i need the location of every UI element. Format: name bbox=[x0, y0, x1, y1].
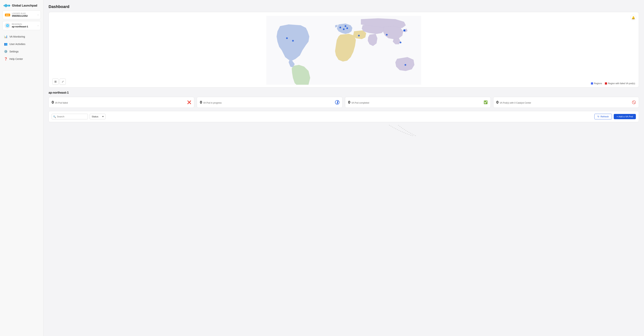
svg-rect-3 bbox=[7, 5, 8, 7]
sidebar-item-label-settings: Settings bbox=[10, 50, 19, 53]
map-select-button[interactable]: ⊞ bbox=[52, 79, 58, 85]
main-content: Dashboard bbox=[44, 0, 644, 336]
stat-label-failed: VA Pod failed bbox=[55, 102, 68, 104]
account-id: 059356112352 bbox=[12, 15, 36, 17]
stat-icon-failed: ❌ bbox=[187, 100, 191, 104]
svg-point-10 bbox=[340, 27, 341, 29]
region-heading: ap-northeast-1 bbox=[48, 91, 639, 94]
stat-label-catalyst: VA Pod(s) with 0 Catalyst Center bbox=[500, 102, 531, 104]
svg-point-13 bbox=[343, 28, 345, 30]
world-map-svg bbox=[52, 16, 635, 85]
status-select[interactable]: Status All Active Inactive Failed bbox=[90, 114, 106, 119]
dashed-arc-svg bbox=[44, 125, 644, 136]
globe-icon: 🌐 bbox=[5, 23, 10, 28]
stat-icon-in-progress: ℹ bbox=[335, 100, 340, 104]
sidebar-item-label-help-center: Help Center bbox=[10, 58, 23, 60]
user-activities-icon: 👥 bbox=[4, 42, 8, 46]
legend-failed: Region with failed VA pod(s) bbox=[605, 82, 635, 85]
sidebar-item-user-activities[interactable]: 👥 User Activities bbox=[2, 41, 42, 48]
stat-icon-catalyst: 🚫 bbox=[632, 100, 636, 104]
sidebar-item-settings[interactable]: ⚙️ Settings bbox=[2, 48, 42, 55]
svg-point-8 bbox=[286, 37, 288, 39]
sidebar-item-label-va-monitoring: VA Monitoring bbox=[10, 35, 25, 38]
va-monitoring-icon: 📊 bbox=[4, 35, 8, 38]
region-section: ap-northeast-1 0 VA Pod failed ❌ 0 VA Po… bbox=[48, 91, 639, 122]
region-selector[interactable]: 🌐 Region(s) ap-northeast-1 › bbox=[2, 21, 41, 30]
failed-label: Region with failed VA pod(s) bbox=[608, 82, 635, 85]
svg-point-18 bbox=[404, 30, 405, 31]
region-value: ap-northeast-1 bbox=[12, 25, 36, 28]
svg-rect-5 bbox=[9, 5, 10, 7]
stat-number-in-progress: 0 bbox=[200, 100, 202, 105]
stat-label-in-progress: VA Pod in progress bbox=[203, 102, 222, 104]
app-name: Global Launchpad bbox=[12, 4, 37, 7]
svg-point-15 bbox=[386, 34, 388, 36]
map-controls: ⊞ ⤢ bbox=[52, 79, 66, 85]
page-title: Dashboard bbox=[48, 4, 639, 9]
svg-point-12 bbox=[346, 27, 348, 29]
svg-point-14 bbox=[358, 35, 360, 37]
sidebar-nav: 📊 VA Monitoring 👥 User Activities ⚙️ Set… bbox=[0, 33, 43, 62]
regions-dot bbox=[591, 82, 593, 85]
svg-rect-0 bbox=[4, 5, 4, 6]
failed-dot bbox=[605, 82, 607, 85]
sidebar-item-label-user-activities: User Activities bbox=[10, 43, 25, 46]
account-selector[interactable]: aws LOGGED IN AS 059356112352 › bbox=[2, 11, 41, 19]
main-header: Dashboard bbox=[44, 0, 644, 12]
stat-card-in-progress: 0 VA Pod in progress ℹ bbox=[197, 97, 342, 108]
dashed-decoration bbox=[44, 125, 644, 136]
refresh-button[interactable]: ↻ Refresh bbox=[594, 114, 612, 119]
sidebar-item-va-monitoring[interactable]: 📊 VA Monitoring bbox=[2, 33, 42, 40]
logged-in-label: LOGGED IN AS bbox=[12, 13, 36, 15]
aws-badge: aws bbox=[5, 14, 10, 16]
region-label: Region(s) bbox=[12, 23, 36, 25]
svg-point-9 bbox=[292, 40, 294, 42]
map-cursor-button[interactable]: ⤢ bbox=[60, 79, 66, 85]
stat-number-catalyst: 0 bbox=[496, 100, 498, 105]
stat-icon-completed: ✅ bbox=[484, 100, 488, 104]
settings-icon: ⚙️ bbox=[4, 50, 8, 53]
svg-point-19 bbox=[404, 64, 406, 66]
notification-bell-button[interactable]: 🔔 bbox=[630, 15, 636, 21]
add-va-pod-button[interactable]: + Add a VA Pod bbox=[614, 114, 636, 119]
map-card: ⊞ ⤢ Regions Region with failed VA pod(s)… bbox=[48, 12, 639, 87]
stat-card-completed: 0 VA Pod completed ✅ bbox=[345, 97, 491, 108]
toolbar: 🔍 Status All Active Inactive Failed ↻ Re… bbox=[48, 111, 639, 122]
svg-rect-6 bbox=[10, 5, 10, 6]
regions-label: Regions bbox=[594, 82, 602, 85]
stat-number-completed: 0 bbox=[348, 100, 350, 105]
svg-point-16 bbox=[400, 42, 402, 44]
stat-cards: 0 VA Pod failed ❌ 0 VA Pod in progress ℹ… bbox=[48, 97, 639, 108]
cisco-logo-icon bbox=[4, 4, 10, 7]
stat-label-completed: VA Pod completed bbox=[351, 102, 369, 104]
search-input-wrap: 🔍 bbox=[52, 114, 88, 119]
chevron-right-icon: › bbox=[38, 14, 38, 16]
sidebar: Global Launchpad aws LOGGED IN AS 059356… bbox=[0, 0, 44, 336]
legend-regions: Regions bbox=[591, 82, 602, 85]
stat-card-failed: 0 VA Pod failed ❌ bbox=[48, 97, 194, 108]
world-map-container bbox=[52, 16, 635, 85]
refresh-label: Refresh bbox=[600, 115, 609, 118]
help-icon: ❓ bbox=[4, 57, 8, 61]
stat-number-failed: 0 bbox=[52, 100, 54, 105]
region-chevron-icon: › bbox=[38, 24, 38, 27]
map-legend: Regions Region with failed VA pod(s) bbox=[591, 82, 635, 85]
svg-rect-2 bbox=[6, 4, 6, 7]
stat-card-catalyst: 0 VA Pod(s) with 0 Catalyst Center 🚫 bbox=[493, 97, 639, 108]
svg-rect-4 bbox=[8, 5, 8, 6]
sidebar-item-help-center[interactable]: ❓ Help Center bbox=[2, 55, 42, 62]
svg-rect-1 bbox=[5, 5, 6, 7]
search-icon: 🔍 bbox=[53, 115, 56, 118]
svg-point-11 bbox=[345, 25, 346, 27]
add-va-pod-label: + Add a VA Pod bbox=[617, 115, 633, 118]
refresh-icon: ↻ bbox=[598, 115, 600, 118]
app-logo: Global Launchpad bbox=[0, 0, 43, 11]
search-input[interactable] bbox=[52, 114, 88, 119]
